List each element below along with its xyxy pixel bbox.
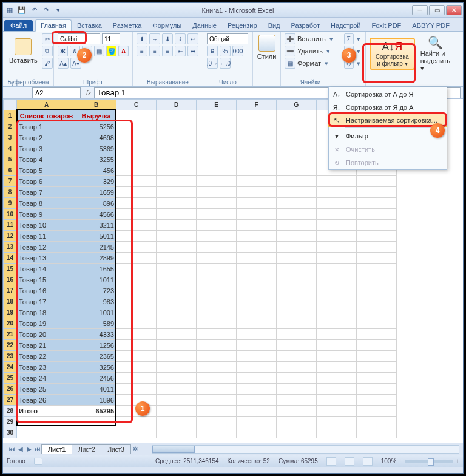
cell[interactable] — [197, 132, 237, 143]
cell[interactable] — [277, 242, 317, 253]
cell[interactable] — [357, 231, 397, 242]
cell[interactable] — [116, 121, 157, 132]
cell-a22[interactable]: Товар 21 — [17, 340, 76, 351]
indent-dec-icon[interactable]: ⇤ — [175, 46, 186, 56]
cell[interactable] — [197, 416, 237, 427]
cell[interactable] — [357, 176, 397, 187]
horizontal-scrollbar[interactable] — [152, 445, 459, 454]
cell[interactable] — [277, 329, 317, 340]
cell-b21[interactable]: 4333 — [76, 329, 116, 340]
cell[interactable] — [116, 351, 157, 362]
cell-a24[interactable]: Товар 23 — [17, 362, 76, 373]
menu-filter[interactable]: ▼Фильтр — [329, 129, 447, 143]
cell[interactable] — [17, 416, 76, 427]
cell[interactable] — [197, 176, 237, 187]
cell[interactable] — [277, 395, 317, 406]
row-header-12[interactable]: 12 — [4, 231, 17, 242]
tab-review[interactable]: Рецензир — [222, 19, 263, 31]
cell-b18[interactable]: 983 — [76, 296, 116, 307]
cell[interactable] — [237, 427, 277, 438]
cell[interactable] — [317, 416, 357, 427]
cell[interactable] — [317, 231, 357, 242]
row-header-7[interactable]: 7 — [4, 176, 17, 187]
cell-a4[interactable]: Товар 3 — [17, 143, 76, 154]
sheet-nav-last-icon[interactable]: ⏭ — [33, 446, 42, 452]
comma-icon[interactable]: 000 — [232, 46, 243, 56]
cell[interactable] — [197, 340, 237, 351]
cell[interactable] — [116, 176, 157, 187]
increase-font-icon[interactable]: A▴ — [58, 58, 69, 69]
col-header-F[interactable]: F — [237, 100, 277, 110]
cell[interactable] — [157, 362, 197, 373]
cell-a15[interactable]: Товар 14 — [17, 264, 76, 274]
cell[interactable] — [237, 209, 277, 220]
cell[interactable] — [357, 253, 397, 264]
cell-a21[interactable]: Товар 20 — [17, 329, 76, 340]
tab-formulas[interactable]: Формулы — [147, 19, 187, 31]
cell[interactable] — [237, 285, 277, 296]
wrap-text-icon[interactable]: ↩ — [187, 33, 198, 44]
paste-button[interactable]: Вставить — [7, 37, 40, 65]
cell[interactable] — [197, 110, 237, 121]
row-header-10[interactable]: 10 — [4, 209, 17, 220]
cell-a17[interactable]: Товар 16 — [17, 285, 76, 296]
cell[interactable] — [197, 274, 237, 285]
font-name-input[interactable] — [58, 33, 100, 44]
cell[interactable] — [237, 143, 277, 154]
fx-icon[interactable]: fx — [83, 89, 94, 97]
sheet-nav-first-icon[interactable]: ⏮ — [8, 446, 16, 452]
number-format-select[interactable] — [207, 33, 248, 44]
cell-b24[interactable]: 3256 — [76, 362, 116, 373]
cell[interactable] — [357, 362, 397, 373]
cell[interactable] — [116, 373, 157, 384]
cell[interactable] — [277, 187, 317, 198]
cell[interactable] — [237, 242, 277, 253]
cell[interactable] — [357, 285, 397, 296]
tab-abbyy[interactable]: ABBYY PDF — [407, 19, 455, 31]
cell[interactable] — [197, 209, 237, 220]
cell-b10[interactable]: 4566 — [76, 209, 116, 220]
cell[interactable] — [197, 384, 237, 395]
tab-layout[interactable]: Разметка — [107, 19, 147, 31]
cell[interactable] — [116, 187, 157, 198]
cell[interactable] — [116, 274, 157, 285]
cell[interactable] — [157, 395, 197, 406]
cell-a5[interactable]: Товар 4 — [17, 154, 76, 165]
tab-developer[interactable]: Разработ — [286, 19, 325, 31]
cell[interactable] — [357, 384, 397, 395]
cell[interactable] — [197, 285, 237, 296]
row-header-18[interactable]: 18 — [4, 296, 17, 307]
cell[interactable] — [317, 384, 357, 395]
row-header-25[interactable]: 25 — [4, 373, 17, 384]
zoom-slider[interactable] — [405, 460, 453, 463]
cell[interactable] — [157, 373, 197, 384]
cell[interactable] — [157, 285, 197, 296]
menu-sort-az[interactable]: A↓Сортировка от А до Я — [329, 87, 447, 101]
header-a[interactable]: Список товаров — [17, 110, 76, 121]
cell[interactable] — [317, 318, 357, 329]
cell[interactable] — [277, 165, 317, 176]
cell[interactable] — [277, 296, 317, 307]
sheet-tab-2[interactable]: Лист2 — [72, 444, 101, 454]
cell[interactable] — [317, 351, 357, 362]
cell-a11[interactable]: Товар 10 — [17, 220, 76, 231]
cell[interactable] — [357, 296, 397, 307]
sheet-tab-3[interactable]: Лист3 — [101, 444, 130, 454]
view-pagebreak-icon[interactable] — [363, 457, 373, 466]
cell[interactable] — [357, 351, 397, 362]
cell[interactable] — [116, 253, 157, 264]
cell[interactable] — [317, 253, 357, 264]
cell[interactable] — [357, 198, 397, 209]
cell-a16[interactable]: Товар 15 — [17, 274, 76, 285]
qat-more-icon[interactable]: ▾ — [53, 5, 64, 16]
align-top-icon[interactable]: ⬆ — [137, 33, 147, 44]
cell-b25[interactable]: 2456 — [76, 373, 116, 384]
cell[interactable] — [157, 231, 197, 242]
zoom-level[interactable]: 100% — [381, 458, 397, 464]
row-header-27[interactable]: 27 — [4, 395, 17, 406]
cell[interactable] — [116, 384, 157, 395]
cell[interactable] — [237, 362, 277, 373]
tab-file[interactable]: Файл — [4, 20, 33, 31]
cell[interactable] — [317, 176, 357, 187]
cell[interactable] — [277, 220, 317, 231]
